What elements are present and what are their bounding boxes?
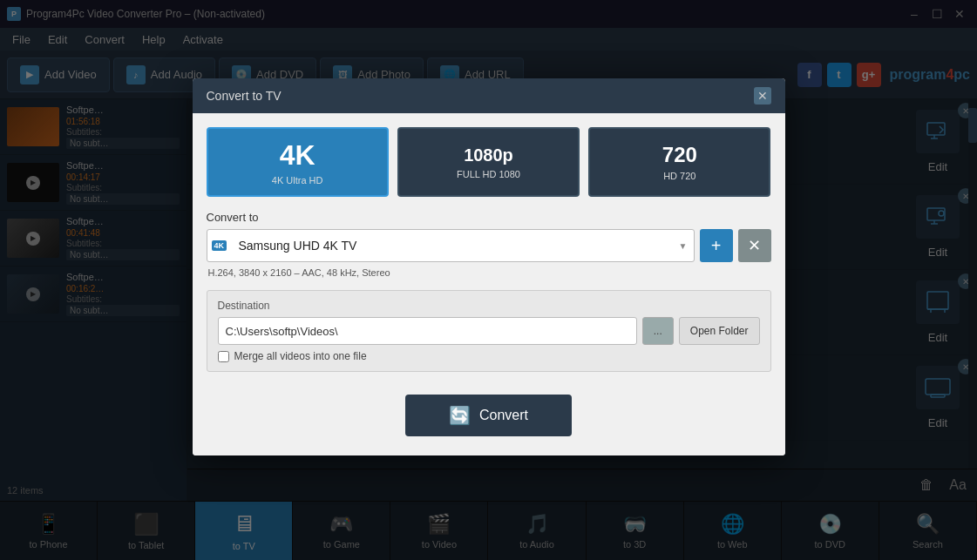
res-label-1080: FULL HD 1080 bbox=[457, 169, 520, 179]
modal-header: Convert to TV ✕ bbox=[193, 78, 785, 113]
convert-modal: Convert to TV ✕ 4K 4K Ultra HD 1080p FUL… bbox=[193, 78, 785, 455]
format-info: H.264, 3840 x 2160 – AAC, 48 kHz, Stereo bbox=[207, 267, 771, 278]
merge-row: Merge all videos into one file bbox=[218, 350, 760, 362]
res-icon-1080: 1080p bbox=[464, 145, 513, 165]
device-select-wrapper: 4K Samsung UHD 4K TV ▼ bbox=[207, 229, 695, 262]
modal-close-button[interactable]: ✕ bbox=[754, 87, 771, 105]
destination-input[interactable] bbox=[218, 317, 637, 345]
browse-button[interactable]: ... bbox=[642, 317, 674, 345]
res-icon-4k: 4K bbox=[280, 139, 315, 172]
resolution-tiles: 4K 4K Ultra HD 1080p FULL HD 1080 720 HD… bbox=[207, 127, 771, 197]
merge-label: Merge all videos into one file bbox=[234, 350, 367, 362]
res-label-4k: 4K Ultra HD bbox=[272, 175, 323, 186]
remove-device-button[interactable]: ✕ bbox=[738, 229, 771, 262]
resolution-tile-720[interactable]: 720 HD 720 bbox=[588, 127, 770, 197]
convert-icon: 🔄 bbox=[449, 405, 471, 426]
device-badge: 4K bbox=[212, 240, 227, 251]
convert-to-label: Convert to bbox=[207, 211, 771, 224]
destination-label: Destination bbox=[218, 300, 760, 312]
merge-checkbox[interactable] bbox=[218, 351, 229, 362]
modal-body: 4K 4K Ultra HD 1080p FULL HD 1080 720 HD… bbox=[193, 113, 785, 455]
convert-to-row: 4K Samsung UHD 4K TV ▼ + ✕ bbox=[207, 229, 771, 262]
convert-label: Convert bbox=[479, 408, 528, 423]
res-label-720: HD 720 bbox=[663, 171, 695, 181]
modal-title: Convert to TV bbox=[207, 89, 282, 103]
open-folder-button[interactable]: Open Folder bbox=[679, 317, 760, 345]
chevron-down-icon: ▼ bbox=[679, 241, 688, 251]
resolution-tile-4k[interactable]: 4K 4K Ultra HD bbox=[207, 127, 389, 197]
destination-section: Destination ... Open Folder Merge all vi… bbox=[207, 290, 771, 372]
convert-button-row: 🔄 Convert bbox=[207, 381, 771, 442]
destination-row: ... Open Folder bbox=[218, 317, 760, 345]
convert-button[interactable]: 🔄 Convert bbox=[405, 395, 572, 436]
resolution-tile-1080[interactable]: 1080p FULL HD 1080 bbox=[397, 127, 580, 197]
add-device-button[interactable]: + bbox=[700, 229, 733, 262]
res-icon-720: 720 bbox=[662, 143, 697, 167]
device-select[interactable]: Samsung UHD 4K TV bbox=[207, 229, 695, 262]
